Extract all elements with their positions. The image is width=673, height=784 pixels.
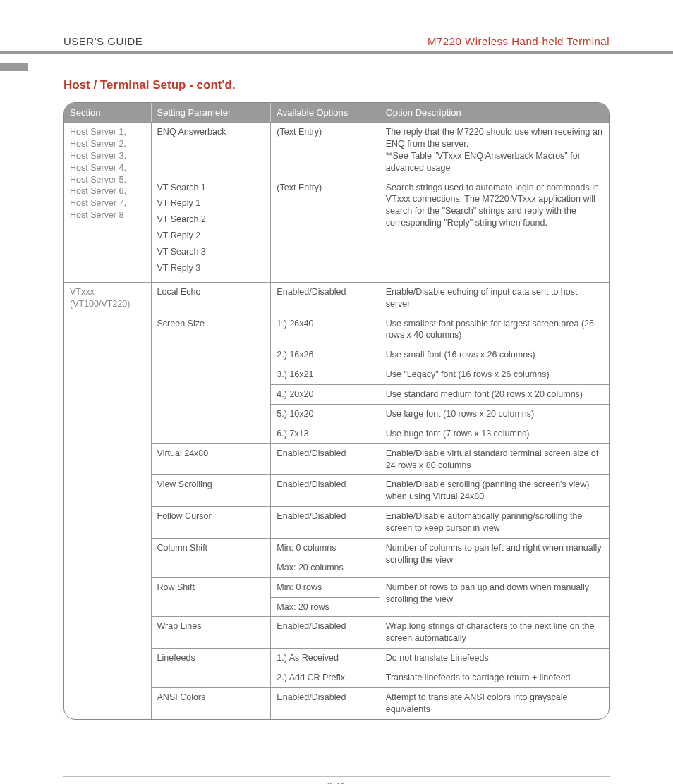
cell-param: Follow Cursor bbox=[152, 506, 272, 538]
cell-param: Local Echo bbox=[152, 282, 272, 314]
cell-desc: Enable/Disable virtual standard terminal… bbox=[380, 443, 609, 475]
cell-opt: 4.) 20x20 bbox=[271, 384, 380, 404]
cell-desc: Use "Legacy" font (16 rows x 26 columns) bbox=[380, 365, 609, 384]
cell-param: VT Search 1 VT Reply 1 VT Search 2 VT Re… bbox=[152, 178, 272, 282]
page-header: USER'S GUIDE M7220 Wireless Hand-held Te… bbox=[63, 35, 610, 51]
cell-opt: Max: 20 rows bbox=[271, 597, 380, 617]
cell-desc: Wrap long strings of characters to the n… bbox=[380, 616, 609, 648]
cell-opt: (Text Entry) bbox=[271, 122, 380, 178]
cell-desc: Enable/Disable echoing of input data sen… bbox=[380, 282, 609, 314]
cell-desc: Use standard medium font (20 rows x 20 c… bbox=[380, 384, 609, 404]
cell-desc: Enable/Disable scrolling (panning the sc… bbox=[380, 474, 609, 506]
cell-param: Linefeeds bbox=[152, 648, 272, 687]
header-right: M7220 Wireless Hand-held Terminal bbox=[428, 35, 610, 47]
section-label-b: VTxxx (VT100/VT220) bbox=[64, 282, 152, 719]
header-rule bbox=[0, 51, 673, 54]
cell-desc: Use huge font (7 rows x 13 columns) bbox=[380, 424, 609, 443]
cell-desc: The reply that the M7220 should use when… bbox=[380, 122, 609, 178]
cell-desc: Do not translate Linefeeds bbox=[380, 648, 609, 668]
cell-opt: Enabled/Disabled bbox=[271, 474, 380, 506]
cell-opt: Max: 20 columns bbox=[271, 558, 380, 577]
cell-param: ENQ Answerback bbox=[152, 122, 272, 178]
cell-opt: Min: 0 rows bbox=[271, 577, 380, 597]
cell-desc: Search strings used to automate login or… bbox=[380, 178, 609, 282]
cell-param: ANSI Colors bbox=[152, 687, 272, 719]
cell-opt: 5.) 10x20 bbox=[271, 404, 380, 424]
cell-opt: 3.) 16x21 bbox=[271, 365, 380, 384]
cell-opt: (Text Entry) bbox=[271, 178, 380, 282]
cell-desc: Use smallest font possible for largest s… bbox=[380, 314, 609, 345]
table-header-row: Section Setting Parameter Available Opti… bbox=[64, 103, 609, 122]
page-number: 2-41 bbox=[63, 781, 610, 784]
section-title: Host / Terminal Setup - cont'd. bbox=[63, 78, 610, 92]
section-label-a: Host Server 1, Host Server 2, Host Serve… bbox=[64, 122, 152, 282]
footer-rule bbox=[63, 776, 610, 777]
cell-desc: Enable/Disable automatically panning/scr… bbox=[380, 506, 609, 538]
table-row: Host Server 1, Host Server 2, Host Serve… bbox=[64, 122, 609, 178]
cell-param: Wrap Lines bbox=[152, 616, 272, 648]
col-desc: Option Description bbox=[380, 103, 609, 122]
cell-desc: Number of rows to pan up and down when m… bbox=[380, 577, 609, 617]
cell-opt: 2.) 16x26 bbox=[271, 345, 380, 365]
cell-param: Screen Size bbox=[152, 314, 272, 443]
col-section: Section bbox=[64, 103, 152, 122]
cell-param: Column Shift bbox=[152, 538, 272, 577]
cell-param: View Scrolling bbox=[152, 474, 272, 506]
cell-desc: Use large font (10 rows x 20 columns) bbox=[380, 404, 609, 424]
cell-opt: Min: 0 columns bbox=[271, 538, 380, 558]
cell-desc: Number of columns to pan left and right … bbox=[380, 538, 609, 577]
cell-desc: Attempt to translate ANSI colors into gr… bbox=[380, 687, 609, 719]
cell-opt: Enabled/Disabled bbox=[271, 282, 380, 314]
cell-desc: Translate linefeeds to carriage return +… bbox=[380, 668, 609, 687]
cell-opt: Enabled/Disabled bbox=[271, 616, 380, 648]
cell-opt: Enabled/Disabled bbox=[271, 443, 380, 475]
settings-table: Section Setting Parameter Available Opti… bbox=[63, 102, 610, 720]
cell-desc: Use small font (16 rows x 26 columns) bbox=[380, 345, 609, 365]
cell-opt: 1.) As Received bbox=[271, 648, 380, 668]
header-left: USER'S GUIDE bbox=[63, 35, 143, 47]
col-options: Available Options bbox=[271, 103, 380, 122]
cell-param: Row Shift bbox=[152, 577, 272, 617]
cell-param: Virtual 24x80 bbox=[152, 443, 272, 475]
table-row: VTxxx (VT100/VT220) Local Echo Enabled/D… bbox=[64, 282, 609, 314]
cell-opt: 6.) 7x13 bbox=[271, 424, 380, 443]
cell-opt: 1.) 26x40 bbox=[271, 314, 380, 345]
cell-opt: 2.) Add CR Prefix bbox=[271, 668, 380, 687]
margin-tab bbox=[0, 63, 28, 71]
col-param: Setting Parameter bbox=[152, 103, 272, 122]
cell-opt: Enabled/Disabled bbox=[271, 687, 380, 719]
cell-opt: Enabled/Disabled bbox=[271, 506, 380, 538]
